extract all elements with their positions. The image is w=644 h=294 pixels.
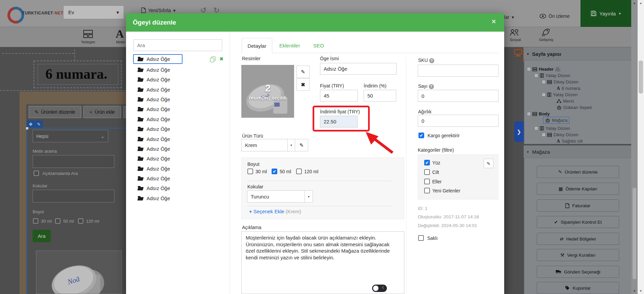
item-list-row[interactable]: Adsız Öğe [134, 95, 170, 104]
scent-caret[interactable]: ▾ [305, 190, 313, 203]
collapse-icon[interactable]: − [534, 126, 538, 130]
sidebar-check-orders-button[interactable]: ✔Siparişleri Kontrol Et [537, 216, 619, 228]
collapse-icon[interactable]: − [542, 133, 546, 137]
tab-addons[interactable]: Eklentiler [279, 43, 300, 48]
scroll-up-arrow[interactable]: ▲ [638, 1, 644, 5]
structure-panel-header[interactable]: ▾ Sayfa yapısı [524, 47, 631, 61]
browser-scrollbar[interactable]: ▲ ▼ [638, 0, 644, 294]
sidebar-tax-rules-button[interactable]: ⚒Vergi Kuralları [537, 249, 619, 261]
tree-item-cart[interactable]: Dükkan Sepeti [557, 104, 592, 111]
help-icon[interactable]: ? [429, 58, 434, 63]
size-30-checkbox[interactable] [247, 169, 253, 174]
item-list-row-selected[interactable]: Adsız Öğe [133, 54, 183, 64]
item-list-row[interactable]: Adsız Öğe [134, 124, 170, 134]
tree-item-hlayout[interactable]: − Yatay Düzen [534, 125, 570, 132]
size-120-checkbox[interactable] [296, 169, 302, 174]
item-list-row[interactable]: Adsız Öğe [134, 183, 170, 193]
collapse-icon[interactable]: − [527, 112, 531, 116]
scroll-up-arrow[interactable]: ▲ [631, 1, 638, 5]
sidebar-collapse-tab[interactable]: ❯ [514, 121, 524, 142]
product-type-caret[interactable]: ▾ [287, 139, 295, 151]
scroll-down-arrow[interactable]: ▼ [631, 289, 638, 293]
sidebar-invoices-button[interactable]: Faturalar [537, 199, 619, 212]
images-thumbnail[interactable]: Noā 2 resim(ler) seçildi [241, 65, 294, 118]
item-list-row[interactable]: Adsız Öğe [134, 104, 170, 114]
canvas-clipped-button[interactable] [123, 106, 126, 118]
item-list-row[interactable]: Adsız Öğe [134, 164, 170, 174]
social-widget-button[interactable] [510, 28, 520, 36]
scent-select[interactable]: Turuncu [247, 190, 305, 203]
page-heading[interactable]: 6 numara. [45, 66, 107, 82]
sidebar-edit-products-button[interactable]: ✎Ürünleri düzenle [537, 166, 619, 178]
canvas-search-desc-checkbox[interactable] [34, 171, 39, 176]
canvas-search-button[interactable]: Ara [33, 230, 51, 242]
tree-item-text[interactable]: A Sağlıklı cilt [557, 138, 582, 144]
tree-item-hlayout[interactable]: − Yatay Düzen [534, 72, 570, 79]
scroll-down-arrow[interactable]: ▼ [638, 289, 644, 293]
tree-item-vlayout[interactable]: − Dikey Düzen [542, 79, 578, 85]
edit-product-type-button[interactable]: ✎ [295, 139, 308, 151]
sidebar-target-regions-button[interactable]: ⇄Hedef Bölgeler [537, 233, 619, 245]
canvas-text-search-input[interactable] [33, 155, 114, 168]
product-card[interactable]: Noā [36, 251, 122, 294]
category-cilt-checkbox[interactable] [424, 169, 430, 175]
sku-input[interactable] [418, 65, 498, 77]
publish-button[interactable]: Yayınla ▾ [580, 0, 631, 27]
tree-item-store-selected[interactable]: Mağaza [543, 117, 569, 124]
hidden-checkbox[interactable] [418, 235, 424, 241]
sidebar-coupons-button[interactable]: Kuponlar [537, 282, 619, 294]
tree-item-header[interactable]: − Header [527, 66, 560, 72]
page-select[interactable]: Ev ▾ [63, 5, 124, 19]
preview-button[interactable]: Ön izleme [539, 13, 570, 19]
collapse-icon[interactable]: − [527, 67, 531, 71]
item-list-row[interactable]: Adsız Öğe [134, 114, 170, 124]
tab-seo[interactable]: SEO [313, 43, 324, 48]
tree-item-body[interactable]: − Body [527, 111, 550, 117]
sidebar-shipping-option-button[interactable]: Gönderi Seçeneği [537, 266, 619, 278]
page-scrollbar[interactable]: ▲ ▼ [631, 0, 638, 294]
canvas-size-30-checkbox[interactable] [33, 218, 38, 224]
edit-images-button[interactable]: ✎ [296, 66, 310, 78]
collapse-icon[interactable]: − [542, 80, 546, 84]
discounted-price-input[interactable]: 22.50 [320, 116, 358, 127]
store-panel-header[interactable]: ▾ Mağaza [524, 145, 631, 158]
item-list-row[interactable]: Adsız Öğe [134, 174, 170, 183]
discount-input[interactable]: 50 [364, 90, 396, 102]
size-50-checkbox[interactable]: ✔ [272, 169, 277, 174]
tab-details[interactable]: Detaylar [242, 38, 272, 53]
canvas-category-select[interactable]: Hepsi ⌄ [33, 130, 108, 142]
collapse-icon[interactable]: − [534, 74, 538, 77]
canvas-size-120-checkbox[interactable] [78, 218, 83, 224]
text-widget-button[interactable]: A [116, 28, 124, 40]
category-yuz-checkbox[interactable]: ✔ [424, 160, 430, 166]
item-list-row[interactable]: Adsız Öğe [134, 75, 170, 84]
item-list-row[interactable]: Adsız Öğe [134, 65, 170, 75]
help-icon[interactable]: ? [429, 84, 434, 89]
scrollbar-thumb[interactable] [639, 61, 643, 94]
scrollbar-thumb[interactable] [633, 188, 636, 279]
tree-item-hlayout[interactable]: − Yatay Düzen [542, 91, 577, 98]
item-list-row[interactable]: Adsız Öğe [134, 134, 170, 144]
item-list-row[interactable]: Adsız Öğe [134, 85, 170, 95]
advanced-widget-button[interactable] [541, 28, 551, 37]
clear-images-button[interactable]: ✖ [296, 78, 310, 91]
layout-widget-button[interactable] [83, 30, 93, 38]
add-option-link[interactable]: + Seçenek Ekle (Krem) [249, 209, 301, 214]
canvas-add-product-button[interactable]: + Ürün ekle [83, 106, 121, 118]
close-icon[interactable]: × [491, 17, 496, 26]
weight-input[interactable]: 0 [418, 115, 498, 127]
canvas-size-50-checkbox[interactable] [55, 218, 61, 224]
sidebar-payment-gateways-button[interactable]: ▦Ödeme Kapıları [537, 183, 619, 195]
item-list-row[interactable]: Adsız Öğe [134, 144, 170, 154]
product-type-select[interactable]: Krem [241, 139, 288, 151]
canvas-scents-input[interactable] [33, 190, 114, 203]
category-eller-checkbox[interactable] [424, 179, 430, 184]
edit-categories-button[interactable]: ✎ [484, 159, 493, 168]
edit-widget-button[interactable]: ✎ [35, 120, 43, 128]
delete-item-icon[interactable]: ✖ [219, 56, 224, 62]
item-search-input[interactable] [133, 39, 222, 51]
item-name-input[interactable]: Adsız Öğe [320, 63, 397, 75]
qty-input[interactable]: 0 [418, 90, 498, 102]
category-yeni-checkbox[interactable] [424, 188, 430, 193]
selection-handle[interactable] [26, 127, 29, 130]
